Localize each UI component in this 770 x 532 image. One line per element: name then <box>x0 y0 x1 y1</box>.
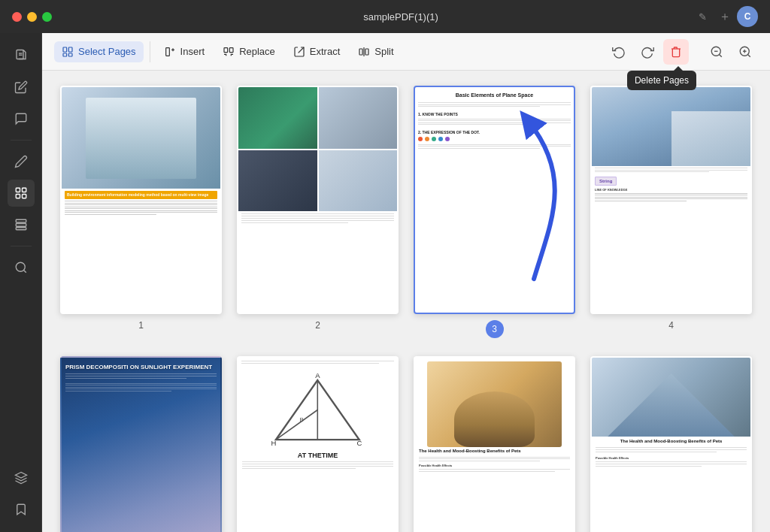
sidebar-icon-layers[interactable] <box>8 464 35 491</box>
svg-text:H: H <box>271 439 277 447</box>
svg-point-10 <box>16 262 25 271</box>
page-number-badge-3: 3 <box>486 320 504 338</box>
svg-rect-24 <box>359 49 362 55</box>
sidebar-icon-search[interactable] <box>8 254 35 281</box>
sidebar-icon-fill[interactable] <box>8 148 35 175</box>
avatar[interactable]: C <box>737 6 758 27</box>
split-button[interactable]: Split <box>350 41 401 62</box>
sidebar-divider-2 <box>11 246 32 246</box>
svg-rect-21 <box>229 47 233 52</box>
sidebar-icon-bookmark[interactable] <box>8 496 35 523</box>
sidebar-icon-document[interactable] <box>8 42 35 69</box>
svg-rect-9 <box>16 228 26 230</box>
svg-rect-15 <box>63 53 67 56</box>
page-number-1: 1 <box>138 320 144 331</box>
toolbar: Select Pages Insert Replace <box>42 33 770 71</box>
page-thumb-8[interactable]: The Health and Mood-Boosting Benefits of… <box>590 356 752 532</box>
toolbar-sep-1 <box>150 41 150 62</box>
zoom-in-button[interactable] <box>732 39 758 65</box>
page-thumb-4[interactable]: String LINE OF KNOWLEDGE <box>590 86 752 314</box>
page-item-1[interactable]: Building environment information modelin… <box>60 86 222 338</box>
sidebar-icon-comment[interactable] <box>8 105 35 132</box>
svg-line-11 <box>23 270 26 272</box>
page-item-6[interactable]: A H C B AT THETIME <box>237 356 399 532</box>
delete-pages-button[interactable] <box>663 39 689 65</box>
page-thumb-7[interactable]: The Health and Mood-Boosting Benefits of… <box>414 356 575 532</box>
main-layout: Select Pages Insert Replace <box>0 33 770 532</box>
page-thumb-5[interactable]: PRISM DECOMPOSITI ON SUNLIGHT EXPERIMENT <box>60 356 222 532</box>
left-sidebar <box>0 33 42 532</box>
svg-line-30 <box>747 54 750 56</box>
svg-rect-16 <box>68 53 72 56</box>
rotate-right-button[interactable] <box>635 39 660 65</box>
split-icon <box>358 46 370 58</box>
svg-rect-14 <box>68 47 72 52</box>
content-area: Select Pages Insert Replace <box>42 33 770 532</box>
svg-rect-5 <box>16 195 20 198</box>
new-tab-icon[interactable]: ＋ <box>719 9 731 25</box>
extract-icon <box>293 46 305 58</box>
page-thumb-2[interactable] <box>237 86 399 314</box>
rotate-left-button[interactable] <box>606 39 632 65</box>
insert-icon <box>164 46 176 58</box>
svg-line-35 <box>276 410 317 440</box>
sidebar-icon-pages[interactable] <box>8 180 35 207</box>
page-item-8[interactable]: The Health and Mood-Boosting Benefits of… <box>590 356 752 532</box>
close-button[interactable] <box>12 12 22 22</box>
minimize-button[interactable] <box>27 12 37 22</box>
trash-icon <box>670 46 682 58</box>
svg-text:C: C <box>357 439 362 447</box>
sidebar-bottom <box>8 464 35 532</box>
page-item-3[interactable]: Basic Elements of Plane Space 1. KNOW TH… <box>414 86 575 338</box>
svg-rect-3 <box>16 188 20 192</box>
traffic-lights <box>12 12 52 22</box>
page-item-7[interactable]: The Health and Mood-Boosting Benefits of… <box>414 356 575 532</box>
svg-rect-6 <box>22 195 26 198</box>
edit-title-icon[interactable]: ✎ <box>699 11 707 23</box>
page-thumb-6[interactable]: A H C B AT THETIME <box>237 356 399 532</box>
pages-grid: Building environment information modelin… <box>60 86 752 532</box>
maximize-button[interactable] <box>42 12 52 22</box>
delete-tooltip-container: Delete Pages <box>663 39 689 65</box>
select-pages-icon <box>62 46 74 58</box>
svg-line-27 <box>719 54 721 56</box>
titlebar: samplePDF(1)(1) ✎ ＋ C <box>0 0 770 33</box>
page-item-5[interactable]: PRISM DECOMPOSITI ON SUNLIGHT EXPERIMENT <box>60 356 222 532</box>
sidebar-icon-organize[interactable] <box>8 211 35 238</box>
page1-headline: Building environment information modelin… <box>65 191 217 199</box>
extract-button[interactable]: Extract <box>286 41 347 62</box>
page-thumb-1[interactable]: Building environment information modelin… <box>60 86 222 314</box>
zoom-out-button[interactable] <box>704 39 729 65</box>
svg-rect-17 <box>165 47 169 56</box>
svg-rect-13 <box>63 47 67 52</box>
svg-text:B: B <box>300 416 304 423</box>
svg-rect-7 <box>16 219 26 222</box>
svg-marker-12 <box>15 473 26 479</box>
pages-grid-container[interactable]: Building environment information modelin… <box>42 71 770 532</box>
page-item-2[interactable]: 2 <box>237 86 399 338</box>
toolbar-right: Delete Pages <box>606 39 758 65</box>
svg-rect-0 <box>17 50 23 59</box>
svg-rect-25 <box>365 49 368 55</box>
insert-button[interactable]: Insert <box>156 41 213 62</box>
sidebar-icon-edit[interactable] <box>8 74 35 101</box>
svg-rect-4 <box>22 188 26 192</box>
window-title: samplePDF(1)(1) <box>64 11 738 23</box>
svg-rect-20 <box>224 47 228 52</box>
svg-line-22 <box>298 47 303 53</box>
replace-button[interactable]: Replace <box>215 41 283 62</box>
replace-icon <box>223 46 235 58</box>
page-number-2: 2 <box>315 320 320 331</box>
svg-text:A: A <box>315 371 320 379</box>
page-thumb-3[interactable]: Basic Elements of Plane Space 1. KNOW TH… <box>414 86 575 314</box>
page-number-4: 4 <box>668 320 674 331</box>
svg-rect-8 <box>16 224 26 227</box>
select-pages-button[interactable]: Select Pages <box>54 41 144 62</box>
sidebar-divider-1 <box>11 140 32 141</box>
page-item-4[interactable]: String LINE OF KNOWLEDGE 4 <box>590 86 752 338</box>
